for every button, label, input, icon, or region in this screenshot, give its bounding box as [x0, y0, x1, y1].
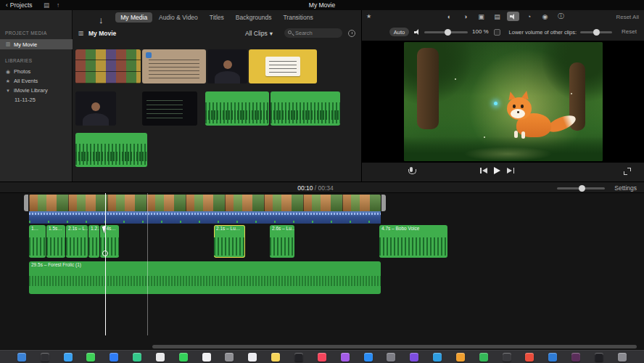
dock-app-music[interactable] — [318, 353, 326, 362]
dock-app-vscode[interactable] — [548, 353, 557, 362]
fullscreen-icon[interactable] — [624, 168, 631, 175]
dock-app-chrome[interactable] — [525, 353, 534, 362]
lower-volume-label: Lower volume of other clips: — [509, 29, 577, 36]
volume-percent: 100 % — [472, 28, 489, 35]
timeline-zoom-slider[interactable] — [557, 187, 605, 189]
noise-reduction-icon[interactable]: ◔ — [523, 12, 535, 21]
lower-volume-checkbox[interactable] — [494, 29, 500, 36]
dock-app-maps[interactable] — [133, 353, 141, 362]
info-icon[interactable]: ⓘ — [555, 12, 567, 21]
clip-audio-1[interactable] — [205, 91, 269, 126]
timeline-video-clip[interactable] — [29, 195, 381, 211]
playhead[interactable] — [105, 193, 106, 335]
timeline-audio-clip[interactable]: 2.6s – Lu… — [270, 225, 294, 258]
next-button[interactable] — [507, 168, 514, 174]
stabilization-icon[interactable]: ▤ — [491, 12, 503, 21]
dock-app-trash[interactable] — [618, 353, 627, 362]
clip-screen-recording[interactable] — [142, 91, 197, 126]
dock-app-app-store[interactable] — [364, 353, 373, 362]
horizontal-scrollbar[interactable] — [152, 345, 637, 348]
clip-presenter-2[interactable] — [75, 91, 116, 126]
dock-app-terminal[interactable] — [503, 353, 511, 362]
play-button[interactable] — [494, 167, 500, 174]
trim-handle-right[interactable] — [381, 195, 386, 211]
butterfly — [494, 102, 498, 105]
dock-app-safari[interactable] — [64, 353, 73, 362]
enhance-icon[interactable]: ★ — [366, 13, 371, 20]
dock-app-settings[interactable] — [387, 353, 395, 362]
timeline-audio-clip[interactable]: 4.7s – Bobo Voice — [379, 225, 447, 258]
reset-all-button[interactable]: Reset All — [616, 14, 639, 20]
dock-app-podcasts[interactable] — [341, 353, 350, 362]
volume-slider-knob[interactable] — [445, 29, 451, 36]
timeline-audio-clip[interactable]: 1… — [29, 225, 46, 258]
sidebar-item-label: 11-11-25 — [15, 97, 36, 103]
project-media-header: PROJECT MEDIA — [5, 30, 47, 36]
dock-app-numbers[interactable] — [479, 353, 488, 362]
sidebar-item-11-11-25[interactable]: 11-11-25 — [0, 95, 73, 105]
ducking-slider[interactable] — [580, 31, 612, 33]
sidebar-item-label: All Events — [14, 78, 38, 84]
volume-icon[interactable] — [507, 12, 519, 21]
fox-leg — [514, 131, 518, 138]
sidebar-item-label: Photos — [14, 68, 30, 75]
reset-button[interactable]: Reset — [622, 28, 637, 35]
dock-app-launchpad[interactable] — [41, 353, 49, 362]
clip-audio-3[interactable] — [75, 133, 147, 167]
timeline-settings-button[interactable]: Settings — [614, 184, 637, 192]
dock-app-photos[interactable] — [156, 353, 165, 362]
clip-prompt-slide[interactable] — [249, 49, 317, 83]
filmstrip-icon: ▥ — [5, 41, 11, 47]
preview-image — [404, 42, 603, 161]
clip-label: 4.7s – Bobo Voice — [379, 225, 447, 232]
color-correction-icon[interactable]: ◑ — [459, 12, 471, 21]
ducking-slider-knob[interactable] — [593, 29, 600, 36]
dock-app-reminders[interactable] — [248, 353, 257, 362]
timeline-audio-clip[interactable]: 1.5s… — [46, 225, 65, 258]
playhead-handle[interactable] — [102, 250, 108, 256]
dock-app-figma[interactable] — [595, 353, 603, 362]
zoom-slider-knob[interactable] — [579, 185, 585, 192]
dock-app-pages[interactable] — [456, 353, 465, 362]
photos-icon: ◉ — [5, 69, 11, 75]
speed-icon[interactable]: ◉ — [539, 12, 551, 21]
dock-app-contacts[interactable] — [225, 353, 234, 362]
auto-button[interactable]: Auto — [389, 28, 409, 36]
sidebar-item-imovie-library[interactable]: ▾iMovie Library — [0, 86, 73, 95]
dock-app-tv[interactable] — [294, 353, 303, 362]
clip-audio-2[interactable] — [271, 91, 340, 126]
clip-label: 2.1s – L… — [66, 225, 88, 232]
clip-presenter[interactable] — [207, 49, 247, 83]
dock-app-facetime[interactable] — [179, 353, 188, 362]
dock-app-calendar[interactable] — [202, 353, 211, 362]
sidebar-item-all-events[interactable]: ★All Events — [0, 76, 73, 86]
dock-app-finder[interactable] — [17, 353, 26, 362]
playback-buttons — [480, 167, 514, 174]
dock-app-mail[interactable] — [110, 353, 118, 362]
sidebar-item-photos[interactable]: ◉Photos — [0, 67, 73, 76]
clip-label: 1.2… — [88, 225, 99, 232]
timeline-audio-clip[interactable]: 2.1s – Lu… — [214, 225, 245, 258]
clip-document[interactable] — [142, 49, 206, 83]
dock-app-messages[interactable] — [86, 353, 95, 362]
volume-controls: Auto 100 % Lower volume of other clips: … — [362, 26, 644, 39]
clip-label: 1… — [29, 225, 46, 232]
color-balance-icon[interactable]: ◐ — [443, 12, 455, 21]
clip-label: 1.5s… — [46, 225, 65, 232]
timeline-audio-clip[interactable]: 2.1s – L… — [66, 225, 88, 258]
previous-button[interactable] — [480, 168, 487, 174]
dock-app-keynote[interactable] — [433, 353, 442, 362]
trim-handle-left[interactable] — [24, 195, 28, 211]
timeline-music-clip[interactable]: 29.5s – Forest Frolic (1) — [29, 261, 381, 294]
voiceover-mic-icon[interactable] — [407, 167, 416, 177]
timeline-audio-clip[interactable]: 1.2… — [88, 225, 99, 258]
timeline-video-audio-strip[interactable] — [29, 211, 381, 224]
dock-app-imovie[interactable] — [410, 353, 418, 362]
crop-icon[interactable]: ▣ — [475, 12, 487, 21]
volume-slider[interactable] — [424, 31, 468, 33]
dock-app-slack[interactable] — [571, 353, 580, 362]
clip-webpage-grid[interactable] — [75, 49, 141, 83]
dock-app-notes[interactable] — [271, 353, 280, 362]
timeline-track-area[interactable]: 1…1.5s…2.1s – L…1.2…1.4s…2.1s – Lu…2.6s … — [0, 193, 644, 348]
sidebar-item-my-movie[interactable]: ▥ My Movie — [0, 39, 73, 49]
